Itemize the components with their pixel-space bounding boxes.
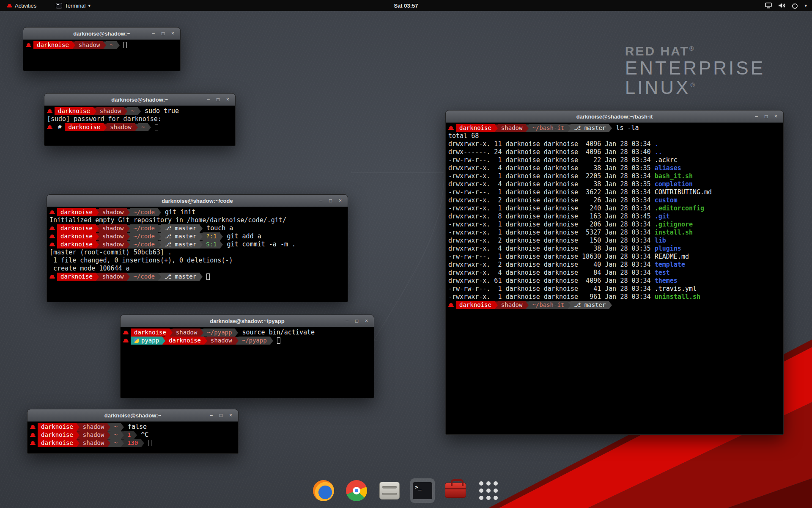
file-name: .travis.yml bbox=[655, 285, 697, 293]
powerline-separator bbox=[158, 225, 161, 232]
title-bar[interactable]: darknoise@shadow:~ – □ × bbox=[23, 28, 180, 40]
file-attributes: drwxrwxr-x. 4 darknoise darknoise 38 Jan… bbox=[448, 180, 655, 188]
minimize-button[interactable]: – bbox=[343, 317, 351, 325]
minimize-button[interactable]: – bbox=[752, 113, 760, 121]
powerline-separator bbox=[107, 423, 110, 431]
prompt-segment-path: ~/code bbox=[130, 232, 158, 240]
power-icon[interactable] bbox=[792, 3, 798, 9]
redhat-prompt-icon bbox=[49, 234, 55, 239]
title-bar[interactable]: darknoise@shadow:~ – □ × bbox=[27, 409, 238, 422]
close-button[interactable]: × bbox=[336, 197, 344, 205]
firefox-icon[interactable] bbox=[311, 478, 336, 503]
powerline-separator bbox=[104, 124, 107, 131]
title-bar[interactable]: darknoise@shadow:~/pyapp – □ × bbox=[121, 315, 374, 327]
terminal-line: darknoiseshadow~1^C bbox=[30, 431, 236, 439]
powerline-separator bbox=[117, 41, 120, 49]
terminal-line: drwxrwxr-x. 2 darknoise darknoise 26 Jan… bbox=[448, 196, 781, 204]
command-text: false bbox=[128, 423, 147, 431]
volume-icon[interactable] bbox=[778, 3, 785, 8]
terminal-line: -rwxrwxr-x. 1 darknoise darknoise 5327 J… bbox=[448, 229, 781, 237]
display-icon[interactable] bbox=[765, 3, 772, 8]
file-attributes: drwxrwxr-x. 4 darknoise darknoise 38 Jan… bbox=[448, 164, 655, 172]
close-button[interactable]: × bbox=[169, 30, 177, 38]
chrome-icon[interactable] bbox=[344, 478, 369, 503]
minimize-button[interactable]: – bbox=[207, 411, 215, 420]
terminal-viewport[interactable]: darknoiseshadow~/codegit initInitialized… bbox=[47, 207, 348, 282]
maximize-button[interactable]: □ bbox=[326, 197, 335, 205]
minimize-button[interactable]: – bbox=[149, 30, 157, 38]
prompt-segment-host: shadow bbox=[107, 123, 135, 131]
terminal-line: darknoiseshadow~ bbox=[26, 41, 178, 49]
close-button[interactable]: × bbox=[362, 317, 370, 325]
terminal-line: -rwxrwxr-x. 1 darknoise darknoise 2205 J… bbox=[448, 172, 781, 180]
terminal-line: drwx------. 24 darknoise darknoise 4096 … bbox=[448, 148, 781, 156]
maximize-button[interactable]: □ bbox=[159, 30, 167, 38]
redhat-prompt-icon bbox=[123, 330, 129, 335]
file-attributes: drwxrwxr-x. 11 darknoise darknoise 4096 … bbox=[448, 140, 655, 148]
prompt-segment-path: ~/bash-it bbox=[529, 124, 568, 132]
terminal-viewport[interactable]: darknoiseshadow~/bash-it⎇ masterls -lato… bbox=[446, 123, 783, 310]
file-attributes: drwxrwxr-x. 4 darknoise darknoise 38 Jan… bbox=[448, 245, 655, 252]
file-attributes: drwx------. 24 darknoise darknoise 4096 … bbox=[448, 148, 655, 156]
close-button[interactable]: × bbox=[772, 113, 780, 121]
prompt-segment-host: shadow bbox=[99, 224, 127, 232]
redhat-prompt-icon bbox=[448, 126, 454, 130]
prompt-segment-host: shadow bbox=[99, 208, 127, 216]
terminal-viewport[interactable]: darknoiseshadow~ bbox=[23, 40, 180, 50]
redhat-prompt-icon bbox=[49, 274, 55, 279]
terminal-line: darknoiseshadow~/code⎇ mastertouch a bbox=[49, 224, 345, 232]
powerline-separator bbox=[200, 241, 203, 248]
system-menu-caret-icon[interactable]: ▾ bbox=[804, 3, 807, 8]
close-button[interactable]: × bbox=[227, 411, 235, 420]
terminal-line: 1 file changed, 0 insertions(+), 0 delet… bbox=[49, 257, 345, 265]
powerline-separator bbox=[96, 273, 99, 281]
redhat-prompt-icon bbox=[47, 125, 52, 130]
terminal-line: darknoiseshadow~/bash-it⎇ master bbox=[448, 301, 781, 309]
command-text: git commit -a -m . bbox=[227, 240, 296, 248]
clock[interactable]: Sat 03:57 bbox=[0, 3, 812, 9]
prompt-segment-err: 130 bbox=[124, 439, 141, 447]
terminal-viewport[interactable]: darknoiseshadow~sudo true[sudo] password… bbox=[44, 106, 235, 133]
powerline-separator bbox=[138, 108, 141, 115]
maximize-button[interactable]: □ bbox=[353, 317, 361, 325]
prompt-segment-user: darknoise bbox=[456, 124, 495, 132]
prompt-segment-git: ⎇ master bbox=[571, 124, 609, 132]
redhat-prompt-icon bbox=[448, 303, 454, 307]
redhat-prompt-icon bbox=[49, 210, 55, 215]
terminal-line: drwxrwxr-x. 4 darknoise darknoise 38 Jan… bbox=[448, 180, 781, 188]
title-bar[interactable]: darknoise@shadow:~ – □ × bbox=[44, 94, 235, 106]
prompt-segment-user: darknoise bbox=[57, 208, 96, 216]
powerline-separator bbox=[170, 329, 173, 337]
redhat-prompt-icon bbox=[49, 226, 55, 231]
terminal-dock-icon[interactable]: >_ bbox=[410, 478, 435, 503]
powerline-separator bbox=[124, 108, 127, 115]
terminal-line: drwxrwxr-x. 8 darknoise darknoise 163 Ja… bbox=[448, 213, 781, 221]
prompt-segment-plain: # bbox=[55, 123, 65, 131]
file-attributes: -rwxrwxr-x. 1 darknoise darknoise 961 Ja… bbox=[448, 293, 655, 301]
terminal-viewport[interactable]: darknoiseshadow~falsedarknoiseshadow~1^C… bbox=[27, 422, 238, 448]
prompt-segment-user: darknoise bbox=[55, 107, 93, 115]
powerline-separator bbox=[158, 241, 161, 248]
app-grid-icon[interactable] bbox=[476, 478, 501, 503]
terminal-line: create mode 100644 a bbox=[49, 265, 345, 273]
file-name: themes bbox=[655, 277, 678, 284]
title-bar[interactable]: darknoise@shadow:~/bash-it – □ × bbox=[446, 110, 783, 123]
minimize-button[interactable]: – bbox=[317, 197, 325, 205]
window-title: darknoise@shadow:~/code bbox=[47, 198, 348, 204]
terminal-line: drwxrwxr-x. 11 darknoise darknoise 4096 … bbox=[448, 140, 781, 148]
file-attributes: drwxrwxr-x. 8 darknoise darknoise 163 Ja… bbox=[448, 213, 655, 220]
terminal-line: darknoiseshadow~/code⎇ master bbox=[49, 273, 345, 281]
title-bar[interactable]: darknoise@shadow:~/code – □ × bbox=[47, 195, 348, 207]
minimize-button[interactable]: – bbox=[204, 96, 212, 104]
maximize-button[interactable]: □ bbox=[217, 411, 225, 420]
close-button[interactable]: × bbox=[224, 96, 232, 104]
powerline-separator bbox=[495, 301, 498, 309]
terminal-viewport[interactable]: darknoiseshadow~/pyappsource bin/activat… bbox=[121, 327, 374, 346]
powerline-separator bbox=[200, 233, 203, 240]
file-attributes: drwxrwxr-x. 2 darknoise darknoise 40 Jan… bbox=[448, 261, 655, 268]
maximize-button[interactable]: □ bbox=[214, 96, 222, 104]
maximize-button[interactable]: □ bbox=[762, 113, 770, 121]
toolbox-icon[interactable] bbox=[443, 478, 468, 503]
file-attributes: -rwxrwxr-x. 1 darknoise darknoise 2205 J… bbox=[448, 172, 655, 180]
files-icon[interactable] bbox=[377, 478, 402, 503]
